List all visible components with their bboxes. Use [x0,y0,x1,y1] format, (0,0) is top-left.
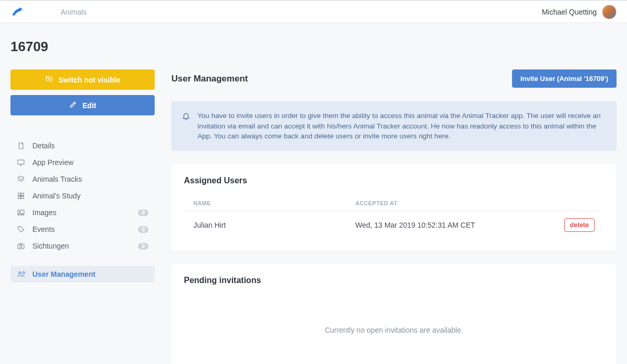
sidebar-item-user-management[interactable]: User Management [10,266,155,283]
assigned-users-card: Assigned Users NAME ACCEPTED AT Julian H… [171,165,617,251]
sidebar-item-label: Images [32,208,131,217]
info-banner-text: You have to invite users in order to giv… [198,111,606,142]
sidebar: Switch not visible Edit Details App Prev… [10,69,155,283]
monitor-icon [17,158,25,167]
info-banner: You have to invite users in order to giv… [171,101,617,151]
topbar-user-name[interactable]: Michael Quetting [542,8,597,16]
edit-label: Edit [83,101,96,110]
count-badge: 0 [138,243,148,250]
users-icon [17,270,25,278]
sidebar-item-label: Animals Tracks [32,175,148,183]
card-title: Assigned Users [184,176,604,185]
tag-icon [17,225,25,233]
count-badge: 0 [138,226,148,233]
page-title: 16709 [10,39,617,55]
sidebar-item-label: User Management [32,270,148,278]
sidebar-item-images[interactable]: Images 0 [10,204,155,221]
section-title: User Management [171,74,248,84]
svg-rect-4 [21,196,24,199]
topbar: Animals Michael Quetting [0,0,627,23]
sidebar-item-events[interactable]: Events 0 [10,221,155,238]
delete-button[interactable]: delete [564,218,595,232]
table-header: NAME ACCEPTED AT [184,196,604,210]
empty-state-text: Currently no open invitations are availa… [184,296,604,364]
column-header-accepted: ACCEPTED AT [355,200,595,206]
svg-rect-2 [21,193,24,196]
count-badge: 0 [138,209,148,216]
side-nav: Details App Preview Animals Tracks Anima… [10,137,155,283]
main-content: User Management Invite User (Animal '167… [171,69,617,364]
pencil-icon [69,100,77,110]
grid-icon [17,192,25,200]
sidebar-item-animals-study[interactable]: Animal's Study [10,187,155,204]
sidebar-item-label: App Preview [32,158,148,167]
sidebar-item-label: Details [32,142,148,150]
svg-rect-1 [18,193,21,196]
switch-visibility-label: Switch not visible [59,76,120,84]
camera-icon [17,242,25,250]
sidebar-item-app-preview[interactable]: App Preview [10,154,155,171]
card-title: Pending invitations [184,276,604,285]
image-icon [17,208,25,217]
svg-point-9 [19,272,21,274]
svg-rect-3 [18,196,21,199]
document-icon [17,142,25,150]
cell-name: Julian Hirt [193,221,355,229]
sidebar-item-label: Sichtungen [32,242,131,250]
layers-icon [17,175,25,183]
cell-accepted: Wed, 13 Mar 2019 10:52:31 AM CET [355,221,564,229]
svg-rect-0 [18,160,24,164]
sidebar-item-sichtungen[interactable]: Sichtungen 0 [10,238,155,254]
eye-off-icon [45,75,53,85]
switch-visibility-button[interactable]: Switch not visible [10,69,155,90]
column-header-name: NAME [193,200,355,206]
invite-user-button[interactable]: Invite User (Animal '16709') [512,69,617,88]
svg-point-8 [20,245,22,248]
pending-invitations-card: Pending invitations Currently no open in… [171,264,617,364]
svg-point-6 [19,212,20,213]
app-logo[interactable] [10,5,24,19]
avatar[interactable] [602,5,617,19]
breadcrumb[interactable]: Animals [61,8,87,16]
table-row: Julian Hirt Wed, 13 Mar 2019 10:52:31 AM… [184,210,604,236]
edit-button[interactable]: Edit [10,95,155,115]
bell-icon [182,112,190,142]
sidebar-item-details[interactable]: Details [10,137,155,154]
sidebar-item-label: Events [32,225,131,233]
sidebar-item-animals-tracks[interactable]: Animals Tracks [10,171,155,187]
sidebar-item-label: Animal's Study [32,192,148,200]
